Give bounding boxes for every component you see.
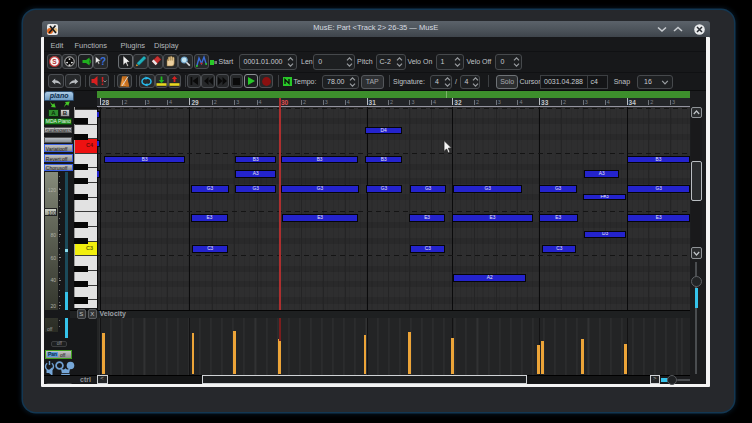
svg-text:S: S (52, 58, 57, 65)
svg-text:!: ! (100, 76, 103, 87)
svg-text:?: ? (100, 56, 106, 67)
